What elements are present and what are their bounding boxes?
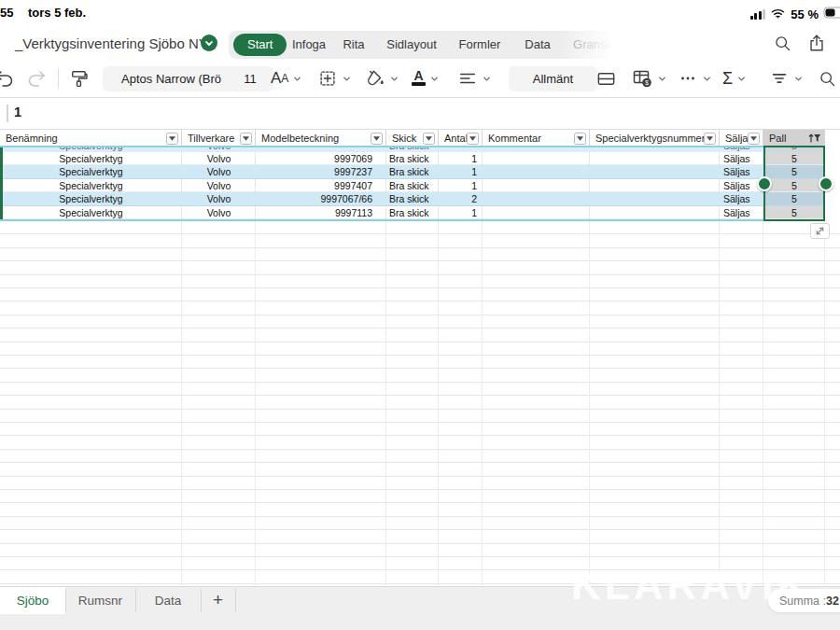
cell-modell[interactable]: 9997113: [256, 206, 386, 218]
cell-skick[interactable]: Bra skick: [386, 152, 439, 164]
cell-kommentar[interactable]: [483, 206, 590, 218]
aggregate-pill[interactable]: Summa : 32: [768, 589, 840, 612]
ribbon-tab-formler[interactable]: Formler: [459, 37, 501, 51]
cell-kommentar[interactable]: [483, 165, 590, 177]
status-date: tors 5 feb.: [28, 6, 86, 20]
selection-handle-left[interactable]: [757, 176, 772, 191]
selection-handle-right[interactable]: [819, 176, 833, 191]
ribbon-tab-start[interactable]: Start: [233, 34, 287, 56]
spreadsheet-grid: BenämningTillverkareModelbeteckningSkick…: [0, 129, 840, 586]
cell-modell[interactable]: 9997067/66: [256, 192, 386, 204]
add-sheet-button[interactable]: +: [201, 587, 235, 614]
ribbon-tab-data[interactable]: Data: [525, 37, 550, 51]
cell-skick[interactable]: Bra skick: [386, 192, 439, 204]
cell-saljas[interactable]: Säljas: [720, 152, 763, 164]
merge-cells-button[interactable]: [595, 66, 617, 91]
table-row: SpecialverktygVolvo9997237Bra skick1Sälj…: [0, 165, 825, 178]
cell-pall[interactable]: 5: [763, 165, 825, 177]
cell-pall[interactable]: 5: [763, 192, 825, 204]
formula-bar[interactable]: 1: [0, 97, 840, 130]
font-size-selector[interactable]: 11: [227, 66, 273, 91]
cell-tillverkare[interactable]: Volvo: [182, 165, 256, 177]
cell-skick[interactable]: Bra skick: [386, 206, 439, 218]
empty-grid-area: [0, 221, 840, 586]
cell-specialnr[interactable]: [590, 206, 720, 218]
font-name-selector[interactable]: Aptos Narrow (Brö: [103, 66, 240, 91]
alignment-button[interactable]: [457, 66, 492, 91]
borders-button[interactable]: [317, 66, 352, 91]
gridline-vertical: [719, 221, 720, 586]
ios-status-bar: 55 tors 5 feb. 55 %: [0, 0, 840, 25]
cell-benamning[interactable]: Specialverktyg: [0, 206, 182, 218]
cell-tillverkare[interactable]: Volvo: [182, 152, 256, 164]
ribbon-tab-infoga[interactable]: Infoga: [292, 37, 326, 51]
ribbon-tab-sidlayout[interactable]: Sidlayout: [386, 37, 436, 51]
cell-tillverkare[interactable]: Volvo: [182, 179, 256, 191]
cell-specialnr[interactable]: [590, 165, 720, 177]
cell-benamning[interactable]: Specialverktyg: [0, 165, 182, 177]
font-color-button[interactable]: A: [412, 66, 440, 91]
cell-saljas[interactable]: Säljas: [720, 192, 763, 204]
cell-kommentar[interactable]: [483, 179, 590, 191]
redo-button[interactable]: [25, 66, 48, 91]
number-format-selector[interactable]: Allmänt: [509, 66, 597, 91]
cell-antal[interactable]: 1: [439, 152, 483, 164]
cell-specialnr[interactable]: [590, 179, 720, 191]
cell-benamning[interactable]: Specialverktyg: [0, 179, 182, 191]
cell-modell[interactable]: 9997407: [256, 179, 386, 191]
cell-pall[interactable]: 5: [763, 179, 825, 191]
cell-antal[interactable]: 2: [439, 192, 483, 204]
ribbon-tab-rita[interactable]: Rita: [343, 37, 364, 51]
search-icon[interactable]: [773, 34, 792, 53]
cell-benamning[interactable]: Specialverktyg: [0, 192, 182, 204]
cell-skick[interactable]: Bra skick: [386, 165, 439, 177]
sheet-tab-sjöbo[interactable]: Sjöbo: [0, 587, 65, 614]
status-time: 55: [0, 6, 13, 20]
cell-tillverkare[interactable]: Volvo: [182, 206, 256, 218]
cell-modell[interactable]: 9997069: [256, 152, 386, 164]
cell-pall[interactable]: 5: [763, 206, 825, 218]
undo-button[interactable]: [0, 66, 16, 91]
font-format-button[interactable]: AA: [271, 66, 302, 91]
cell-antal[interactable]: 1: [439, 206, 483, 218]
formula-bar-value: 1: [14, 105, 21, 119]
sheet-tab-rumsnr[interactable]: Rumsnr: [65, 587, 135, 614]
sheet-tab-data[interactable]: Data: [135, 587, 201, 614]
cell-kommentar[interactable]: [483, 192, 590, 204]
cell-pall[interactable]: 5: [763, 152, 825, 164]
tab-fade-overlay: [560, 31, 625, 59]
more-options-button[interactable]: [678, 66, 712, 91]
fill-color-button[interactable]: [364, 66, 399, 91]
find-in-sheet-icon[interactable]: [818, 66, 837, 91]
battery-percent: 55 %: [791, 7, 819, 21]
wifi-icon: [770, 6, 786, 22]
cell-antal[interactable]: 1: [439, 165, 483, 177]
battery-icon: [823, 6, 840, 22]
cell-benamning[interactable]: Specialverktyg: [0, 152, 182, 164]
format-painter-button[interactable]: [68, 66, 90, 91]
cell-antal[interactable]: 1: [439, 179, 483, 191]
gridline-vertical: [824, 221, 825, 586]
share-icon[interactable]: [806, 32, 827, 54]
cell-skick[interactable]: Bra skick: [386, 179, 439, 191]
sort-filter-button[interactable]: [769, 66, 804, 91]
table-bottom-border: [0, 219, 825, 221]
cell-tillverkare[interactable]: Volvo: [182, 192, 256, 204]
table-body: SpecialverktygVolvoBra skickSäljas5Speci…: [0, 129, 840, 221]
cell-specialnr[interactable]: [590, 192, 720, 204]
cell-specialnr[interactable]: [590, 152, 720, 164]
chevron-down-icon: [429, 74, 440, 84]
cell-kommentar[interactable]: [483, 152, 590, 164]
cell-modell[interactable]: 9997237: [256, 165, 386, 177]
chevron-down-icon: [342, 74, 352, 84]
cell-format-button[interactable]: $: [631, 66, 667, 91]
gridline-vertical: [482, 221, 483, 586]
table-resize-handle[interactable]: [810, 223, 830, 239]
sheet-tab-divider: [65, 589, 66, 612]
cell-saljas[interactable]: Säljas: [720, 206, 763, 218]
autosave-status-badge[interactable]: [201, 35, 217, 51]
cell-saljas[interactable]: Säljas: [720, 165, 763, 177]
autosum-button[interactable]: Σ: [722, 66, 747, 91]
gridline-vertical: [438, 221, 439, 586]
chevron-down-icon: [702, 74, 712, 84]
